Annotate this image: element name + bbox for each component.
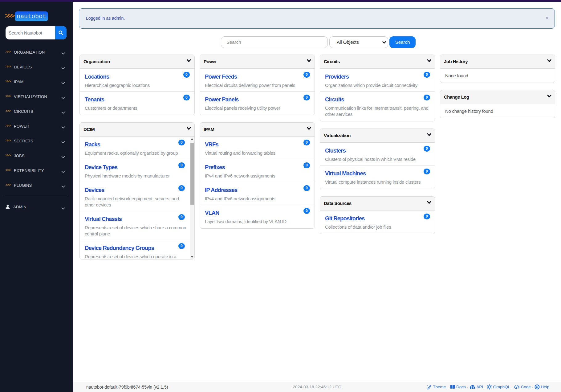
svg-text:{}: {}: [471, 386, 474, 389]
